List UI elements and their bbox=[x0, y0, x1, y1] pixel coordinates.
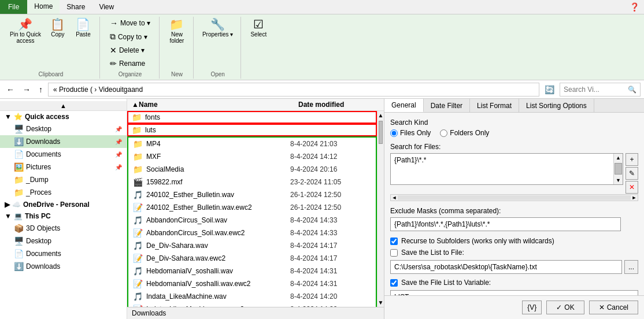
tab-date-filter[interactable]: Date Filter bbox=[424, 99, 470, 112]
scroll-down-btn[interactable]: ▼ bbox=[377, 298, 384, 307]
tab-file[interactable]: File bbox=[0, 0, 27, 14]
radio-files-input[interactable] bbox=[390, 129, 398, 137]
search-input[interactable] bbox=[564, 86, 628, 94]
paste-icon: 📄 bbox=[76, 18, 90, 30]
forward-button[interactable]: → bbox=[20, 83, 34, 96]
tab-list-format[interactable]: List Format bbox=[470, 99, 519, 112]
tab-view[interactable]: View bbox=[92, 0, 121, 14]
file-date-text: 8-4-2024 14:33 bbox=[290, 216, 371, 224]
radio-folders-only[interactable]: Folders Only bbox=[440, 129, 489, 137]
curly-button[interactable]: {V} bbox=[522, 301, 542, 314]
hscroll-right[interactable]: ► bbox=[631, 195, 638, 201]
tab-list-sorting[interactable]: List Sorting Options bbox=[519, 99, 594, 112]
help-button[interactable]: ❓ bbox=[625, 0, 644, 14]
list-item[interactable]: 📝AbbandonCircus_Soil.wav.ewc28-4-2024 14… bbox=[128, 227, 376, 239]
copy-button[interactable]: 📋 Copy bbox=[46, 17, 69, 39]
folder-icon: 📁 bbox=[133, 165, 143, 174]
ok-icon: ✓ bbox=[556, 303, 562, 311]
search-box[interactable]: 🔍 bbox=[560, 83, 641, 97]
list-item[interactable]: 📝Indata_LikeaMachine.wav.ewc28-4-2024 14… bbox=[128, 303, 376, 307]
edit-search-btn[interactable]: ✎ bbox=[626, 167, 638, 180]
sidebar-scroll-up[interactable]: ▲ bbox=[0, 101, 127, 111]
list-item[interactable]: 📁MXF8-4-2024 14:12 bbox=[128, 150, 376, 163]
save-variable-input[interactable] bbox=[390, 290, 638, 295]
list-item[interactable]: 📝240102_Esther_Bulletin.wav.ewc226-1-202… bbox=[128, 201, 376, 214]
sidebar-item-desktop[interactable]: 🖥️ Desktop 📌 bbox=[0, 123, 127, 135]
sidebar-item-pictures[interactable]: 🖼️ Pictures 📌 bbox=[0, 161, 127, 173]
3d-objects-icon: 📦 bbox=[14, 224, 24, 233]
save-variable-checkbox[interactable] bbox=[390, 279, 398, 287]
scroll-down-search[interactable]: ▼ bbox=[614, 176, 623, 184]
column-date[interactable]: Date modified bbox=[298, 101, 379, 109]
sidebar-item-proces[interactable]: 📁 _Proces bbox=[0, 186, 127, 199]
sidebar-section-this-pc[interactable]: ▼ 💻 This PC bbox=[0, 210, 127, 222]
tab-share[interactable]: Share bbox=[60, 0, 92, 14]
list-item[interactable]: 🎵De_Div-Sahara.wav8-4-2024 14:17 bbox=[128, 239, 376, 252]
list-item[interactable]: 📁MP48-4-2024 21:03 bbox=[128, 138, 376, 150]
panel-content: Search Kind Files Only Folders Only Sear… bbox=[384, 113, 644, 295]
properties-button[interactable]: 🔧 Properties ▾ bbox=[199, 17, 236, 39]
save-list-checkbox[interactable] bbox=[390, 249, 398, 257]
move-to-button[interactable]: → Move to ▾ bbox=[106, 17, 154, 29]
sidebar-item-dump[interactable]: 📁 _Dump bbox=[0, 173, 127, 186]
copy-to-button[interactable]: ⧉ Copy to ▾ bbox=[106, 30, 151, 43]
select-button[interactable]: ☑ Select bbox=[247, 17, 270, 39]
scroll-thumb[interactable] bbox=[379, 121, 383, 144]
column-name[interactable]: Name bbox=[139, 101, 298, 109]
list-item[interactable]: 🎵HebdomanialV_soshalli.wav8-4-2024 14:31 bbox=[128, 265, 376, 277]
list-item[interactable]: 🎬159822.mxf23-2-2024 11:05 bbox=[128, 176, 376, 188]
save-list-field-row: ... bbox=[390, 260, 638, 274]
recurse-checkbox[interactable] bbox=[390, 238, 398, 245]
pin-to-quick-access-button[interactable]: 📌 Pin to Quickaccess bbox=[7, 17, 44, 46]
rename-icon: ✏ bbox=[110, 59, 117, 68]
search-files-input[interactable]: {Path1}\*.* bbox=[391, 154, 602, 183]
up-button[interactable]: ↑ bbox=[36, 83, 46, 96]
list-item[interactable]: 📁fonts bbox=[127, 111, 377, 124]
scroll-up-search[interactable]: ▲ bbox=[614, 154, 623, 162]
list-item[interactable]: 📝HebdomanialV_soshalli.wav.ewc28-4-2024 … bbox=[128, 277, 376, 290]
address-path[interactable]: « Productie ( › Videouitgaand bbox=[48, 83, 539, 97]
sidebar-item-downloads-pc[interactable]: ⬇️ Downloads bbox=[0, 260, 127, 273]
list-item[interactable]: 🎵AbbandonCircus_Soil.wav8-4-2024 14:33 bbox=[128, 214, 376, 227]
back-button[interactable]: ← bbox=[3, 83, 17, 96]
scroll-up-btn[interactable]: ▲ bbox=[377, 111, 384, 120]
save-list-browse-btn[interactable]: ... bbox=[624, 260, 638, 274]
radio-folders-input[interactable] bbox=[440, 129, 447, 137]
sidebar-section-quick-access[interactable]: ▼ ⭐ Quick access bbox=[0, 111, 127, 123]
exclude-masks-input[interactable] bbox=[390, 217, 621, 231]
select-buttons: ☑ Select bbox=[247, 17, 270, 79]
list-item[interactable]: 🎵Indata_LikeaMachine.wav8-4-2024 14:20 bbox=[128, 290, 376, 303]
sidebar-item-desktop-pc[interactable]: 🖥️ Desktop bbox=[0, 235, 127, 247]
file-date-text: 8-4-2024 14:31 bbox=[290, 267, 371, 275]
dump-label: _Dump bbox=[26, 176, 49, 184]
sidebar-item-documents-pc[interactable]: 📄 Documents bbox=[0, 247, 127, 260]
add-search-btn[interactable]: + bbox=[626, 153, 638, 166]
refresh-button[interactable]: 🔄 bbox=[542, 83, 557, 96]
sidebar-item-documents[interactable]: 📄 Documents 📌 bbox=[0, 148, 127, 161]
save-list-input[interactable] bbox=[390, 260, 622, 274]
delete-button[interactable]: ✕ Delete ▾ bbox=[106, 44, 149, 57]
list-item[interactable]: 🎵240102_Esther_Bulletin.wav26-1-2024 12:… bbox=[128, 188, 376, 201]
list-item[interactable]: 📁SocialMedia9-4-2024 20:16 bbox=[128, 163, 376, 176]
list-item[interactable]: 📝De_Div-Sahara.wav.ewc28-4-2024 14:17 bbox=[128, 252, 376, 265]
hscroll-left[interactable]: ◄ bbox=[391, 195, 398, 201]
sort-up-btn[interactable]: ▲ bbox=[132, 101, 139, 109]
downloads-pc-label: Downloads bbox=[26, 262, 60, 270]
scroll-thumb-search[interactable] bbox=[615, 163, 622, 175]
tab-general[interactable]: General bbox=[384, 99, 424, 112]
ok-button[interactable]: ✓ OK bbox=[546, 301, 584, 314]
sidebar-section-onedrive[interactable]: ▶ ☁️ OneDrive - Personal bbox=[0, 199, 127, 210]
tab-home[interactable]: Home bbox=[27, 0, 60, 14]
cancel-button[interactable]: ✕ Cancel bbox=[589, 301, 638, 314]
recurse-row[interactable]: Recurse to Subfolders (works only with w… bbox=[390, 237, 638, 245]
rename-button[interactable]: ✏ Rename bbox=[106, 57, 149, 70]
delete-search-btn[interactable]: ✕ bbox=[626, 181, 638, 194]
new-folder-button[interactable]: 📁 Newfolder bbox=[165, 17, 188, 46]
file-list-scrollbar[interactable]: ▲ ▼ bbox=[377, 111, 384, 307]
sidebar-item-downloads[interactable]: ⬇️ Downloads 📌 bbox=[0, 135, 127, 148]
sidebar-item-3d-objects[interactable]: 📦 3D Objects bbox=[0, 222, 127, 235]
new-label: New bbox=[165, 71, 188, 79]
paste-button[interactable]: 📄 Paste bbox=[72, 17, 95, 39]
list-item[interactable]: 📁luts bbox=[127, 124, 377, 136]
radio-files-only[interactable]: Files Only bbox=[390, 129, 431, 137]
